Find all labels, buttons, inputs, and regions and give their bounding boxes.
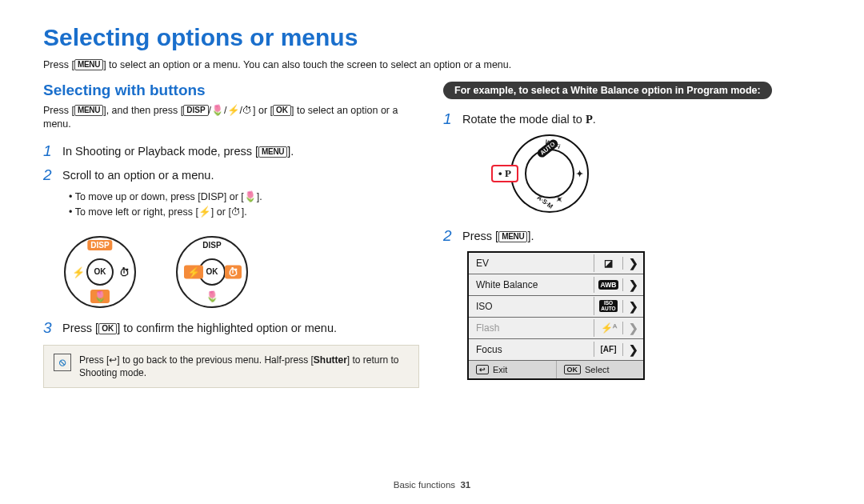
menu-button-label: MENU (498, 231, 527, 242)
chevron-right-icon: ❯ (622, 343, 643, 356)
menu-footer-exit: ↩ Exit (469, 361, 556, 378)
step-text: Press [OK] to confirm the highlighted op… (62, 319, 337, 337)
awb-icon: AWB (594, 277, 622, 293)
left-column: Selecting with buttons Press [MENU], and… (43, 82, 419, 388)
menu-row-ev: EV ◪ ❯ (469, 253, 643, 274)
mode-dial-mark: ✦ (576, 168, 583, 178)
menu-button-label: MENU (258, 146, 287, 158)
dpad-illustrations: DISP ⚡ ⏱ 🌷 OK DISP ⚡ ⏱ 🌷 OK (43, 226, 419, 319)
bullet: To move left or right, press [⚡] or [⏱]. (69, 205, 419, 220)
step-number: 2 (443, 227, 462, 245)
note-box: ⦸ Press [↩] to go back to the previous m… (43, 345, 419, 388)
menu-row-wb: White Balance AWB ❯ (469, 274, 643, 296)
chevron-right-icon: ❯ (622, 300, 643, 313)
section-title: Selecting with buttons (43, 82, 419, 99)
menu-row-flash: Flash ⚡ᴬ ❯ (469, 318, 643, 339)
step-text: Rotate the mode dial to P. (462, 110, 596, 128)
dpad-leftright: DISP ⚡ ⏱ 🌷 OK (176, 236, 248, 308)
page-intro: Press [MENU] to select an option or a me… (43, 59, 821, 70)
step-number: 2 (43, 166, 62, 184)
step-2-bullets: To move up or down, press [DISP] or [🌷].… (43, 190, 419, 220)
chevron-right-icon: ❯ (622, 278, 643, 291)
dpad-top: DISP (202, 241, 221, 250)
dpad-updown: DISP ⚡ ⏱ 🌷 OK (64, 236, 136, 308)
step-number: 3 (43, 319, 62, 337)
ev-icon: ◪ (594, 254, 622, 272)
page-title: Selecting options or menus (43, 24, 821, 51)
example-step-2: 2 Press [MENU]. (443, 227, 819, 245)
ok-key-icon: OK (564, 365, 582, 374)
mode-dial: • P AUTO Wi-Fi A·S·M ✦ ✦ (510, 134, 589, 213)
back-key-icon: ↩ (476, 365, 489, 374)
mode-dial-mark: ✦ (554, 193, 566, 206)
note-icon: ⦸ (54, 354, 71, 371)
dpad-top-highlight: DISP (87, 240, 112, 250)
section-intro: Press [MENU], and then press [DISP/🌷/⚡/⏱… (43, 104, 419, 131)
dpad-bottom-icon: 🌷 (206, 290, 218, 302)
flash-icon: ⚡ᴬ (594, 319, 622, 337)
menu-button-label: MENU (74, 105, 103, 116)
dpad-ok: OK (86, 258, 114, 286)
dpad-left-highlight: ⚡ (184, 265, 203, 278)
example-callout: For example, to select a White Balance o… (443, 82, 772, 99)
step-text: Scroll to an option or a menu. (62, 166, 214, 184)
ok-button-label: OK (273, 105, 291, 116)
right-column: For example, to select a White Balance o… (443, 82, 819, 388)
camera-menu-preview: EV ◪ ❯ White Balance AWB ❯ ISO ISO AUTO … (467, 251, 645, 380)
menu-footer-select: OK Select (556, 361, 644, 378)
dpad-left-icon: ⚡ (72, 266, 85, 278)
chevron-right-icon: ❯ (622, 257, 643, 270)
disp-button-label: DISP (183, 105, 208, 116)
dpad-right-icon: ⏱ (119, 266, 130, 278)
step-3: 3 Press [OK] to confirm the highlighted … (43, 319, 419, 337)
chevron-right-icon: ❯ (622, 322, 643, 334)
focus-icon: [AF] (594, 342, 622, 357)
ok-button-label: OK (98, 323, 117, 334)
mode-dial-p-highlight: • P (491, 165, 518, 182)
iso-icon: ISO AUTO (594, 297, 622, 315)
menu-row-focus: Focus [AF] ❯ (469, 339, 643, 361)
step-text: In Shooting or Playback mode, press [MEN… (62, 142, 294, 160)
step-number: 1 (43, 142, 62, 160)
dpad-bottom-highlight: 🌷 (90, 290, 110, 303)
bullet: To move up or down, press [DISP] or [🌷]. (69, 190, 419, 205)
menu-row-iso: ISO ISO AUTO ❯ (469, 296, 643, 318)
manual-page: Selecting options or menus Press [MENU] … (0, 0, 864, 388)
step-number: 1 (443, 110, 462, 128)
step-2: 2 Scroll to an option or a menu. (43, 166, 419, 184)
step-text: Press [MENU]. (462, 227, 534, 245)
note-text: Press [↩] to go back to the previous men… (79, 354, 409, 379)
page-footer: Basic functions 31 (394, 480, 471, 490)
example-step-1: 1 Rotate the mode dial to P. (443, 110, 819, 128)
dpad-right-highlight: ⏱ (225, 265, 242, 278)
step-1: 1 In Shooting or Playback mode, press [M… (43, 142, 419, 160)
menu-footer: ↩ Exit OK Select (469, 361, 643, 378)
menu-button-label: MENU (74, 59, 103, 70)
